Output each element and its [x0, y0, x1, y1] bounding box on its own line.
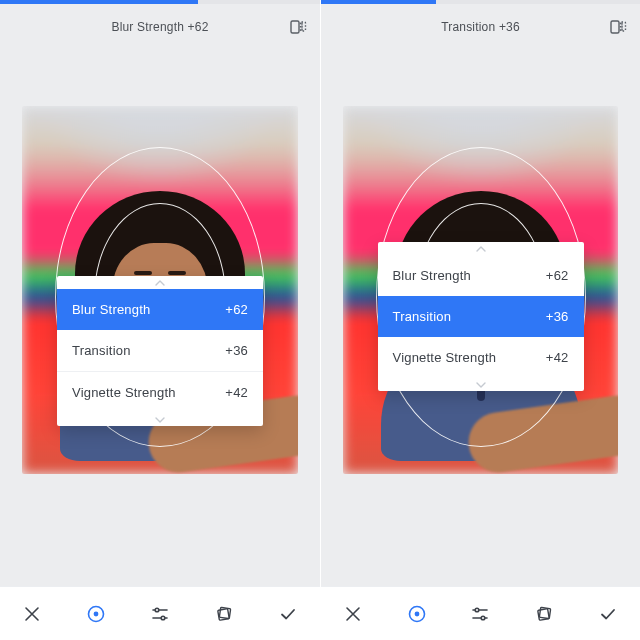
param-value: +62: [225, 302, 248, 317]
toolbar-styles-button[interactable]: [520, 590, 568, 638]
toolbar-lens-shape-button[interactable]: [393, 590, 441, 638]
apply-icon: [598, 604, 618, 624]
lens-shape-icon: [86, 604, 106, 624]
param-label: Vignette Strength: [72, 385, 176, 400]
chevron-down-icon: [474, 381, 488, 389]
orientation-icon: [288, 17, 308, 37]
editor-pane-1: Transition +36Blur Strength+62Transition…: [320, 0, 640, 640]
svg-point-13: [482, 616, 486, 620]
photo[interactable]: Blur Strength+62Transition+36Vignette St…: [22, 106, 298, 474]
styles-icon: [534, 604, 554, 624]
svg-rect-9: [621, 22, 626, 31]
param-row-1[interactable]: Transition+36: [378, 296, 584, 337]
svg-rect-0: [291, 21, 299, 33]
bottom-toolbar: [0, 586, 320, 640]
param-row-2[interactable]: Vignette Strength+42: [378, 337, 584, 378]
param-value: +42: [225, 385, 248, 400]
header: Blur Strength +62: [0, 4, 320, 50]
param-row-2[interactable]: Vignette Strength+42: [57, 371, 263, 413]
param-label: Vignette Strength: [393, 350, 497, 365]
toolbar-cancel-button[interactable]: [329, 590, 377, 638]
param-row-0[interactable]: Blur Strength+62: [57, 289, 263, 330]
header-title: Transition +36: [441, 20, 520, 34]
cancel-icon: [344, 605, 362, 623]
param-value: +36: [546, 309, 569, 324]
cancel-icon: [23, 605, 41, 623]
param-row-0[interactable]: Blur Strength+62: [378, 255, 584, 296]
orientation-button[interactable]: [288, 4, 308, 50]
chevron-up-icon: [474, 245, 488, 253]
bottom-toolbar: [321, 586, 640, 640]
panel-arrow-up: [378, 242, 584, 255]
svg-point-5: [161, 616, 165, 620]
orientation-button[interactable]: [608, 4, 628, 50]
svg-rect-8: [611, 21, 619, 33]
toolbar-styles-button[interactable]: [200, 590, 248, 638]
editor-pane-0: Blur Strength +62Blur Strength+62Transit…: [0, 0, 320, 640]
svg-rect-1: [301, 22, 306, 31]
toolbar-adjust-button[interactable]: [456, 590, 504, 638]
adjust-icon: [150, 604, 170, 624]
toolbar-adjust-button[interactable]: [136, 590, 184, 638]
header: Transition +36: [321, 4, 640, 50]
toolbar-cancel-button[interactable]: [8, 590, 56, 638]
chevron-up-icon: [153, 279, 167, 287]
svg-point-12: [476, 608, 480, 612]
panel-arrow-down: [57, 413, 263, 426]
param-row-1[interactable]: Transition+36: [57, 330, 263, 371]
styles-icon: [214, 604, 234, 624]
orientation-icon: [608, 17, 628, 37]
param-label: Blur Strength: [393, 268, 471, 283]
apply-icon: [278, 604, 298, 624]
panel-arrow-down: [378, 378, 584, 391]
toolbar-lens-shape-button[interactable]: [72, 590, 120, 638]
lens-shape-icon: [407, 604, 427, 624]
toolbar-apply-button[interactable]: [584, 590, 632, 638]
panel-arrow-up: [57, 276, 263, 289]
canvas-area[interactable]: Blur Strength+62Transition+36Vignette St…: [0, 50, 320, 586]
chevron-down-icon: [153, 416, 167, 424]
param-value: +36: [225, 343, 248, 358]
svg-point-11: [414, 611, 419, 616]
toolbar-apply-button[interactable]: [264, 590, 312, 638]
param-value: +62: [546, 268, 569, 283]
header-title: Blur Strength +62: [111, 20, 208, 34]
adjust-icon: [470, 604, 490, 624]
photo[interactable]: Blur Strength+62Transition+36Vignette St…: [343, 106, 618, 474]
param-label: Transition: [72, 343, 131, 358]
param-label: Blur Strength: [72, 302, 150, 317]
svg-point-4: [155, 608, 159, 612]
param-panel[interactable]: Blur Strength+62Transition+36Vignette St…: [378, 242, 584, 391]
svg-point-3: [94, 611, 99, 616]
param-panel[interactable]: Blur Strength+62Transition+36Vignette St…: [57, 276, 263, 426]
canvas-area[interactable]: Blur Strength+62Transition+36Vignette St…: [321, 50, 640, 586]
param-label: Transition: [393, 309, 452, 324]
param-value: +42: [546, 350, 569, 365]
